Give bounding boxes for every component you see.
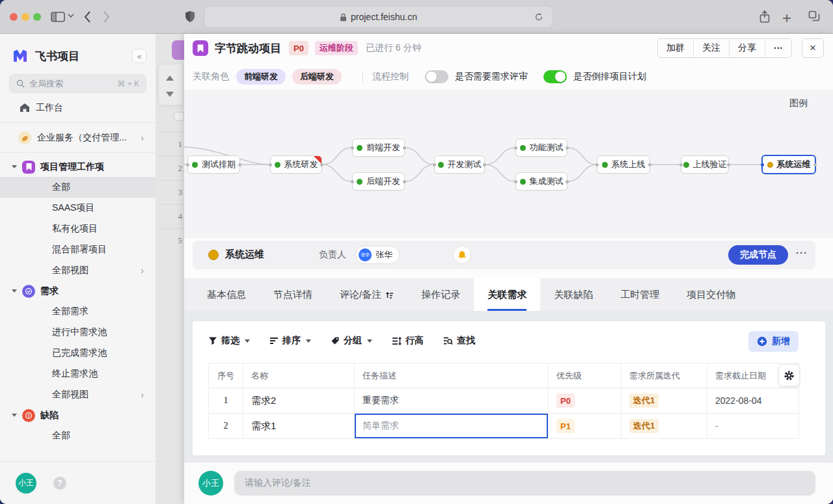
column-settings-button[interactable] [778, 364, 800, 386]
flow-node-test-schedule[interactable]: 测试排期 [187, 155, 240, 174]
demand-name-cell[interactable]: 需求1 [243, 414, 355, 439]
share-button[interactable]: 分享 [730, 39, 765, 57]
owner-chip[interactable]: 张华 张华 [355, 246, 400, 264]
app-sidebar: 飞书项目 « 全局搜索 ⌘ + K 工作台 企业服务（交付管理... › [0, 34, 156, 504]
flow-node-integration-test[interactable]: 集成测试 [515, 172, 567, 191]
flow-node-function-test[interactable]: 功能测试 [515, 139, 567, 157]
demand-name-cell[interactable]: 需求2 [243, 388, 355, 414]
sidebar-group-defect[interactable]: 缺陷 [0, 405, 156, 425]
tab-basic-info[interactable]: 基本信息 [193, 278, 260, 311]
tab-linked-demands[interactable]: 关联需求 [474, 278, 540, 311]
help-icon[interactable]: ? [53, 477, 66, 490]
sidebar-item-all-views-demand[interactable]: 全部视图› [0, 384, 156, 405]
tab-overview-icon[interactable] [808, 10, 820, 22]
row-height-button[interactable]: 行高 [392, 335, 424, 347]
sidebar-item-workbench[interactable]: 工作台 [0, 97, 156, 118]
sidebar-group-project[interactable]: 项目管理工作项 [0, 157, 156, 177]
flow-node-system-ops[interactable]: 系统运维 [761, 155, 816, 174]
close-window-button[interactable] [10, 13, 18, 21]
sidebar-item-finished-pool[interactable]: 已完成需求池 [0, 343, 156, 364]
sidebar-item-all-projects[interactable]: 全部 [0, 177, 156, 198]
sidebar-group-demand[interactable]: 需求 [0, 281, 156, 301]
forward-button[interactable] [103, 10, 111, 23]
reverse-plan-toggle[interactable] [543, 70, 567, 83]
priority-cell[interactable]: P0 [549, 388, 621, 414]
sidebar-item-enterprise[interactable]: 企业服务（交付管理... › [0, 127, 156, 148]
group-button[interactable]: 分组 [331, 335, 372, 347]
flow-node-dev-test[interactable]: 开发测试 [434, 155, 485, 174]
search-placeholder: 全局搜索 [29, 78, 63, 90]
close-modal-button[interactable]: × [802, 38, 824, 58]
back-button[interactable] [83, 10, 91, 23]
notification-bell-button[interactable] [453, 246, 471, 264]
iteration-cell[interactable]: 迭代1 [621, 388, 707, 414]
minimize-window-button[interactable] [21, 13, 29, 21]
sidebar-item-all-views-project[interactable]: 全部视图› [0, 260, 156, 281]
sidebar-collapse-button[interactable]: « [132, 49, 146, 63]
zoom-window-button[interactable] [33, 13, 41, 21]
share-icon[interactable] [759, 10, 771, 24]
tab-operation-log[interactable]: 操作记录 [407, 278, 474, 311]
priority-cell[interactable]: P1 [549, 414, 621, 439]
sidebar-item-all-defects[interactable]: 全部 [0, 425, 156, 446]
add-demand-button[interactable]: 新增 [748, 331, 799, 352]
flow-node-system-dev[interactable]: 系统研发 [270, 155, 322, 174]
review-toggle[interactable] [425, 70, 448, 83]
tab-linked-defects[interactable]: 关联缺陷 [540, 278, 607, 311]
flow-node-frontend-dev[interactable]: 前端开发 [352, 139, 405, 157]
sort-button[interactable]: 排序 [269, 335, 311, 347]
reload-icon[interactable] [534, 12, 543, 21]
demand-desc-cell-editing[interactable]: 简单需求 [355, 414, 549, 439]
caret-down-icon [306, 339, 311, 343]
demand-desc-cell[interactable]: 重要需求 [355, 388, 549, 414]
col-header-name[interactable]: 名称 [243, 364, 355, 388]
due-date-cell[interactable]: - [707, 414, 799, 439]
tab-deliverables[interactable]: 项目交付物 [673, 278, 749, 311]
role-tag-frontend[interactable]: 前端研发 [236, 69, 286, 85]
lock-icon [340, 13, 347, 21]
tab-work-hours[interactable]: 工时管理 [607, 278, 673, 311]
join-group-button[interactable]: 加群 [658, 39, 693, 57]
sidebar-item-private[interactable]: 私有化项目 [0, 219, 156, 239]
col-header-iteration[interactable]: 需求所属迭代 [621, 364, 707, 388]
global-search-input[interactable]: 全局搜索 ⌘ + K [9, 74, 146, 93]
workflow-canvas[interactable]: 图例 测试排期 系统研发 前端开发 后端开发 开发测试 功能测试 集成测试 系统… [184, 91, 833, 238]
address-bar[interactable]: project.feishu.cn [204, 6, 553, 28]
tab-comments[interactable]: 评论/备注 [326, 278, 407, 311]
sidebar-item-saas[interactable]: SAAS项目 [0, 198, 156, 219]
due-date-cell[interactable]: 2022-08-04 [707, 388, 799, 414]
sidebar-item-hybrid[interactable]: 混合部署项目 [0, 239, 156, 260]
comment-placeholder: 请输入评论/备注 [245, 477, 311, 489]
complete-node-button[interactable]: 完成节点 [728, 245, 788, 265]
flow-node-system-online[interactable]: 系统上线 [597, 155, 650, 174]
iteration-cell[interactable]: 迭代1 [621, 414, 707, 439]
col-header-no[interactable]: 序号 [208, 364, 243, 388]
comment-bar: 小王 请输入评论/备注 [184, 462, 833, 504]
filter-button[interactable]: 筛选 [208, 335, 250, 347]
user-avatar: 小王 [198, 471, 223, 496]
more-actions-button[interactable]: ··· [765, 39, 791, 57]
app-title: 飞书项目 [35, 49, 132, 64]
node-more-button[interactable]: ··· [796, 247, 808, 258]
find-button[interactable]: 查找 [443, 335, 475, 347]
stage-badge: 运维阶段 [315, 41, 358, 55]
row-no: 1 [208, 388, 243, 414]
new-tab-icon[interactable]: + [782, 9, 791, 27]
tab-node-detail[interactable]: 节点详情 [260, 278, 326, 311]
flow-node-backend-dev[interactable]: 后端开发 [352, 172, 405, 191]
chevron-down-icon[interactable] [68, 14, 74, 18]
col-header-priority[interactable]: 优先级 [549, 364, 621, 388]
follow-button[interactable]: 关注 [694, 39, 729, 57]
status-dot-done [357, 179, 362, 185]
col-header-desc[interactable]: 任务描述 [355, 364, 549, 388]
legend-link[interactable]: 图例 [789, 98, 808, 109]
user-avatar[interactable]: 小王 [16, 473, 36, 494]
role-tag-backend[interactable]: 后端研发 [292, 69, 342, 85]
flow-node-online-verify[interactable]: 上线验证 [681, 155, 729, 174]
sidebar-item-ongoing-pool[interactable]: 进行中需求池 [0, 322, 156, 343]
sidebar-toggle-icon[interactable] [51, 11, 65, 23]
sidebar-item-all-demands[interactable]: 全部需求 [0, 301, 156, 322]
comment-input[interactable]: 请输入评论/备注 [234, 471, 815, 496]
sidebar-item-terminated-pool[interactable]: 终止需求池 [0, 364, 156, 384]
privacy-shield-icon[interactable] [185, 10, 195, 23]
